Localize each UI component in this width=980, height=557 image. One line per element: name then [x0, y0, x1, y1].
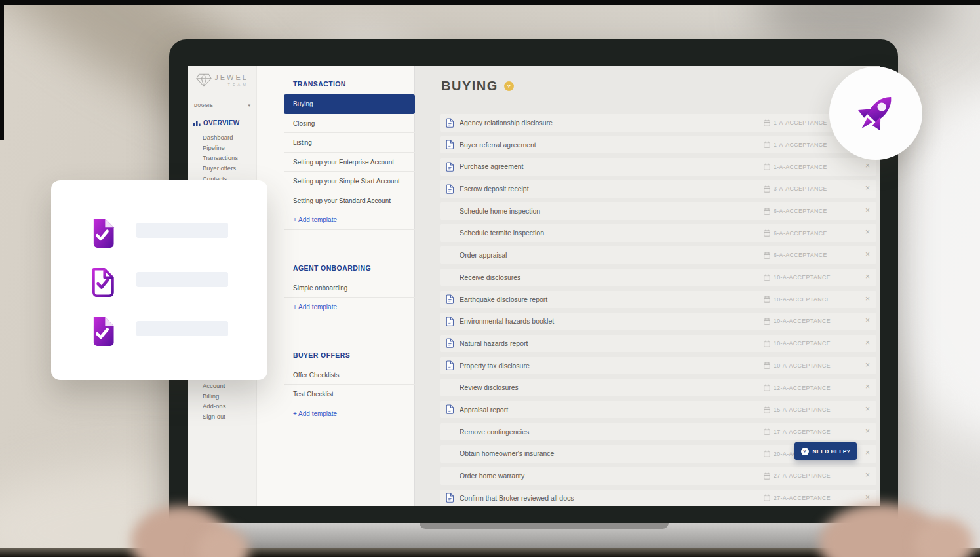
- sidebar-item-account[interactable]: Account: [203, 381, 225, 391]
- due-date-label: 12-A-ACCEPTANCE: [774, 385, 831, 391]
- close-icon[interactable]: ×: [865, 180, 870, 197]
- close-icon[interactable]: ×: [865, 224, 870, 240]
- calendar-icon: [764, 406, 770, 413]
- logo-subtitle: TEAM: [228, 83, 248, 87]
- close-icon[interactable]: ×: [865, 401, 870, 417]
- checklist-row[interactable]: Earthquake disclosure report10-A-ACCEPTA…: [440, 291, 876, 309]
- document-icon: [446, 184, 454, 197]
- checklist-row[interactable]: Escrow deposit receipt3-A-ACCEPTANCE×: [440, 180, 876, 198]
- checklist-row-label: Review disclosures: [460, 379, 519, 396]
- add-template-button[interactable]: + Add template: [284, 404, 415, 424]
- due-date-tag: 6-A-ACCEPTANCE: [764, 202, 827, 220]
- checklist-row-label: Obtain homeowner's insurance: [460, 445, 554, 463]
- due-date-label: 6-A-ACCEPTANCE: [774, 252, 827, 258]
- due-date-label: 3-A-ACCEPTANCE: [774, 185, 827, 192]
- close-icon[interactable]: ×: [865, 269, 870, 285]
- checklist-row[interactable]: Schedule termite inspection6-A-ACCEPTANC…: [440, 224, 876, 242]
- document-icon: [446, 118, 454, 130]
- close-icon[interactable]: ×: [865, 379, 870, 395]
- close-icon[interactable]: ×: [865, 291, 870, 307]
- add-template-button[interactable]: + Add template: [284, 298, 415, 317]
- placeholder-bar: [136, 223, 228, 238]
- calendar-icon: [764, 318, 770, 325]
- checklist-row[interactable]: Review disclosures12-A-ACCEPTANCE×: [440, 379, 876, 396]
- checklist-row[interactable]: Environmental hazards booklet10-A-ACCEPT…: [440, 313, 876, 330]
- due-date-tag: 6-A-ACCEPTANCE: [764, 224, 827, 242]
- template-item-test-checklist[interactable]: Test Checklist: [284, 385, 415, 404]
- close-icon[interactable]: ×: [865, 445, 870, 461]
- checklist-row-label: Earthquake disclosure report: [460, 291, 547, 309]
- due-date-label: 10-A-ACCEPTANCE: [774, 296, 831, 303]
- sidebar-item-dashboard[interactable]: Dashboard: [203, 132, 238, 143]
- checklist-row[interactable]: Buyer referral agreement1-A-ACCEPTANCE×: [440, 136, 876, 154]
- close-icon[interactable]: ×: [865, 313, 870, 329]
- template-item-buying[interactable]: Buying: [284, 94, 415, 114]
- sidebar-item-sign-out[interactable]: Sign out: [203, 412, 225, 422]
- due-date-label: 27-A-ACCEPTANCE: [774, 495, 831, 501]
- close-icon[interactable]: ×: [865, 357, 870, 374]
- due-date-label: 10-A-ACCEPTANCE: [774, 318, 831, 324]
- calendar-icon: [764, 185, 770, 193]
- due-date-label: 27-A-ACCEPTANCE: [774, 472, 831, 479]
- calendar-icon: [764, 252, 770, 259]
- workspace-dropdown[interactable]: DOGGIE ▾: [188, 100, 256, 111]
- template-item-closing[interactable]: Closing: [284, 114, 415, 134]
- checklist-illustration-card: [51, 180, 267, 380]
- template-item-setting-up-your-simple-start-account[interactable]: Setting up your Simple Start Account: [284, 172, 415, 191]
- due-date-label: 1-A-ACCEPTANCE: [774, 119, 827, 126]
- help-icon[interactable]: ?: [504, 81, 514, 91]
- checklist-row-label: Escrow deposit receipt: [460, 180, 529, 198]
- close-icon[interactable]: ×: [865, 467, 870, 484]
- sidebar-item-pipeline[interactable]: Pipeline: [203, 143, 238, 153]
- sidebar-item-buyer-offers[interactable]: Buyer offers: [203, 163, 238, 174]
- checklist-row[interactable]: Order home warranty27-A-ACCEPTANCE×: [440, 467, 876, 485]
- need-help-label: NEED HELP?: [813, 448, 851, 455]
- checklist-row[interactable]: Receive disclosures10-A-ACCEPTANCE×: [440, 269, 876, 286]
- close-icon[interactable]: ×: [865, 158, 870, 174]
- due-date-tag: 12-A-ACCEPTANCE: [764, 379, 831, 396]
- close-icon[interactable]: ×: [865, 423, 870, 440]
- template-section-title: AGENT ONBOARDING: [293, 264, 414, 272]
- sidebar-section-overview: OVERVIEW: [193, 119, 239, 126]
- checklist-row[interactable]: Order appraisal6-A-ACCEPTANCE×: [440, 246, 876, 264]
- diamond-icon: [196, 73, 212, 87]
- checklist-row[interactable]: Confirm that Broker reviewed all docs27-…: [440, 490, 876, 506]
- app-screen: JEWEL TEAM DOGGIE ▾ OVERVIEW DashboardPi…: [188, 66, 880, 506]
- template-item-setting-up-your-enterprise-account[interactable]: Setting up your Enterprise Account: [284, 153, 415, 172]
- close-icon[interactable]: ×: [865, 202, 870, 219]
- checklist-row[interactable]: Appraisal report15-A-ACCEPTANCE×: [440, 401, 876, 419]
- checklist-row[interactable]: Natural hazards report10-A-ACCEPTANCE×: [440, 335, 876, 353]
- checklist-row[interactable]: Agency relationship disclosure1-A-ACCEPT…: [440, 114, 876, 132]
- template-item-simple-onboarding[interactable]: Simple onboarding: [284, 278, 415, 298]
- close-icon[interactable]: ×: [865, 335, 870, 351]
- templates-panel: TRANSACTIONBuyingClosingListingSetting u…: [257, 66, 415, 506]
- document-icon: [446, 493, 454, 505]
- close-icon[interactable]: ×: [865, 490, 870, 506]
- page-title: BUYING: [441, 79, 498, 94]
- template-section-title: TRANSACTION: [293, 80, 414, 88]
- checklist-row-label: Natural hazards report: [460, 335, 528, 353]
- template-item-offer-checklists[interactable]: Offer Checklists: [284, 366, 415, 385]
- due-date-tag: 10-A-ACCEPTANCE: [764, 291, 831, 309]
- need-help-button[interactable]: ? NEED HELP?: [794, 442, 857, 460]
- checklist-row[interactable]: Property tax disclosure10-A-ACCEPTANCE×: [440, 357, 876, 375]
- template-item-setting-up-your-standard-account[interactable]: Setting up your Standard Account: [284, 191, 415, 211]
- sidebar-item-transactions[interactable]: Transactions: [203, 153, 238, 163]
- sidebar-item-add-ons[interactable]: Add-ons: [203, 401, 225, 412]
- photo-scene: JEWEL TEAM DOGGIE ▾ OVERVIEW DashboardPi…: [0, 0, 980, 557]
- illustration-row: [51, 267, 267, 298]
- checklist-row[interactable]: Remove contingencies17-A-ACCEPTANCE×: [440, 423, 876, 441]
- sidebar-nav: DashboardPipelineTransactionsBuyer offer…: [203, 132, 238, 184]
- close-icon[interactable]: ×: [865, 246, 870, 263]
- illustration-row: [51, 218, 267, 248]
- logo-title: JEWEL: [214, 74, 248, 81]
- checklist-row[interactable]: Schedule home inspection6-A-ACCEPTANCE×: [440, 202, 876, 220]
- template-item-listing[interactable]: Listing: [284, 133, 415, 153]
- checklist-row-label: Appraisal report: [460, 401, 508, 419]
- calendar-icon: [764, 163, 770, 170]
- sidebar-section-label: OVERVIEW: [203, 119, 239, 126]
- calendar-icon: [764, 296, 770, 303]
- checklist-row[interactable]: Purchase agreement1-A-ACCEPTANCE×: [440, 158, 876, 176]
- add-template-button[interactable]: + Add template: [284, 210, 415, 230]
- sidebar-item-billing[interactable]: Billing: [203, 391, 225, 402]
